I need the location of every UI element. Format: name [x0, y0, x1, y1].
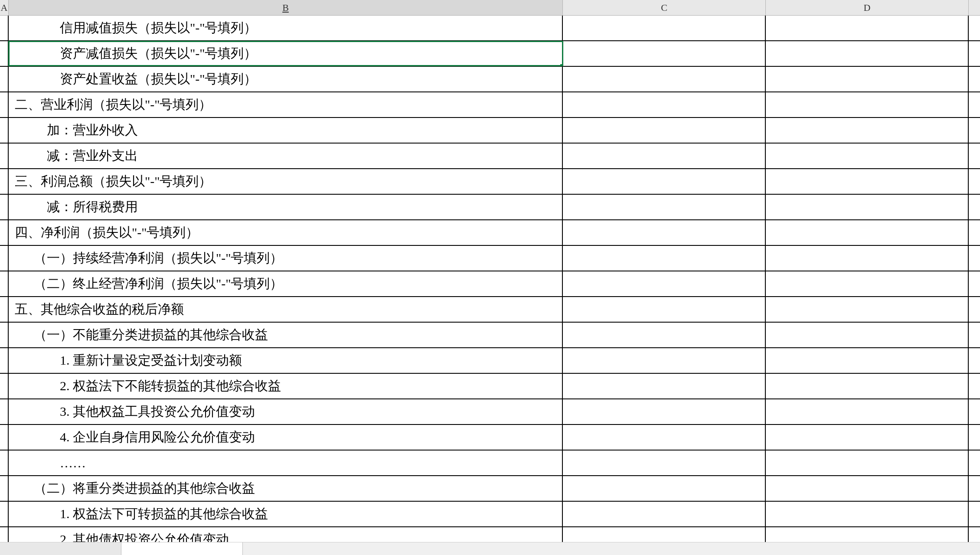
cell-D[interactable]	[766, 144, 969, 168]
cell-C[interactable]	[563, 323, 766, 347]
table-row: 1. 权益法下可转损益的其他综合收益	[0, 502, 980, 527]
table-row: 信用减值损失（损失以"-"号填列）	[0, 16, 980, 41]
cell-A[interactable]	[0, 118, 9, 143]
cell-D[interactable]	[766, 348, 969, 373]
cell-B[interactable]: 减：营业外支出	[9, 144, 563, 168]
cell-rest	[969, 399, 980, 424]
cell-D[interactable]	[766, 399, 969, 424]
cell-C[interactable]	[563, 16, 766, 40]
cell-C[interactable]	[563, 92, 766, 117]
cell-C[interactable]	[563, 374, 766, 398]
cell-A[interactable]	[0, 297, 9, 322]
cell-D[interactable]	[766, 271, 969, 296]
cell-rest	[969, 348, 980, 373]
cell-A[interactable]	[0, 502, 9, 526]
cell-B-selected[interactable]: 资产减值损失（损失以"-"号填列）	[9, 41, 563, 66]
cell-C[interactable]	[563, 425, 766, 450]
column-header-C[interactable]: C	[563, 0, 766, 15]
cell-A[interactable]	[0, 374, 9, 398]
cell-A[interactable]	[0, 451, 9, 475]
cell-A[interactable]	[0, 246, 9, 271]
cell-D[interactable]	[766, 374, 969, 398]
cell-A[interactable]	[0, 348, 9, 373]
cell-C[interactable]	[563, 246, 766, 271]
cell-B[interactable]: （二）终止经营净利润（损失以"-"号填列）	[9, 271, 563, 296]
cell-rest	[969, 118, 980, 143]
cell-D[interactable]	[766, 451, 969, 475]
cell-B[interactable]: 五、其他综合收益的税后净额	[9, 297, 563, 322]
cell-B[interactable]: 二、营业利润（损失以"-"号填列）	[9, 92, 563, 117]
cell-C[interactable]	[563, 220, 766, 245]
cell-B[interactable]: 四、净利润（损失以"-"号填列）	[9, 220, 563, 245]
selection-handle[interactable]	[560, 64, 563, 66]
cell-D[interactable]	[766, 323, 969, 347]
cell-B[interactable]: 资产处置收益（损失以"-"号填列）	[9, 67, 563, 91]
cell-A[interactable]	[0, 271, 9, 296]
cell-rest	[969, 144, 980, 168]
cell-B[interactable]: 4. 企业自身信用风险公允价值变动	[9, 425, 563, 450]
cell-B[interactable]: （二）将重分类进损益的其他综合收益	[9, 476, 563, 501]
cell-D[interactable]	[766, 502, 969, 526]
cell-C[interactable]	[563, 399, 766, 424]
cell-C[interactable]	[563, 476, 766, 501]
cell-C[interactable]	[563, 41, 766, 66]
table-row: （二）将重分类进损益的其他综合收益	[0, 476, 980, 502]
cell-A[interactable]	[0, 476, 9, 501]
cell-D[interactable]	[766, 67, 969, 91]
cell-A[interactable]	[0, 195, 9, 219]
column-header-D[interactable]: D	[766, 0, 969, 15]
cell-C[interactable]	[563, 169, 766, 194]
cell-A[interactable]	[0, 169, 9, 194]
cell-C[interactable]	[563, 67, 766, 91]
cell-B[interactable]: 三、利润总额（损失以"-"号填列）	[9, 169, 563, 194]
cell-A[interactable]	[0, 67, 9, 91]
column-header-B[interactable]: B	[9, 0, 563, 15]
cell-C[interactable]	[563, 271, 766, 296]
cell-A[interactable]	[0, 399, 9, 424]
cell-A[interactable]	[0, 425, 9, 450]
cell-B[interactable]: 2. 权益法下不能转损益的其他综合收益	[9, 374, 563, 398]
cell-C[interactable]	[563, 297, 766, 322]
table-row: 二、营业利润（损失以"-"号填列）	[0, 92, 980, 118]
cell-C[interactable]	[563, 348, 766, 373]
cell-A[interactable]	[0, 16, 9, 40]
column-header-A[interactable]: A	[0, 0, 9, 15]
cell-D[interactable]	[766, 41, 969, 66]
cell-D[interactable]	[766, 195, 969, 219]
cell-B[interactable]: （一）持续经营净利润（损失以"-"号填列）	[9, 246, 563, 271]
cell-C[interactable]	[563, 144, 766, 168]
cell-B[interactable]: 减：所得税费用	[9, 195, 563, 219]
cell-C[interactable]	[563, 502, 766, 526]
cell-D[interactable]	[766, 220, 969, 245]
sheet-tab[interactable]	[0, 542, 121, 555]
table-row: （一）不能重分类进损益的其他综合收益	[0, 323, 980, 348]
table-row: 4. 企业自身信用风险公允价值变动	[0, 425, 980, 451]
cell-B[interactable]: 3. 其他权益工具投资公允价值变动	[9, 399, 563, 424]
table-row: （一）持续经营净利润（损失以"-"号填列）	[0, 246, 980, 271]
cell-A[interactable]	[0, 220, 9, 245]
cell-A[interactable]	[0, 41, 9, 66]
cell-B[interactable]: 1. 权益法下可转损益的其他综合收益	[9, 502, 563, 526]
cell-A[interactable]	[0, 92, 9, 117]
cell-C[interactable]	[563, 451, 766, 475]
cell-A[interactable]	[0, 323, 9, 347]
cell-D[interactable]	[766, 297, 969, 322]
cell-D[interactable]	[766, 16, 969, 40]
cell-C[interactable]	[563, 118, 766, 143]
cell-B[interactable]: 加：营业外收入	[9, 118, 563, 143]
cell-D[interactable]	[766, 246, 969, 271]
cell-B[interactable]: 信用减值损失（损失以"-"号填列）	[9, 16, 563, 40]
cell-B[interactable]: ……	[9, 451, 563, 475]
cell-D[interactable]	[766, 169, 969, 194]
cell-B[interactable]: 1. 重新计量设定受益计划变动额	[9, 348, 563, 373]
sheet-tab-active[interactable]	[121, 542, 243, 555]
cell-D[interactable]	[766, 476, 969, 501]
cell-D[interactable]	[766, 425, 969, 450]
cell-D[interactable]	[766, 92, 969, 117]
cell-rest	[969, 92, 980, 117]
table-row: 四、净利润（损失以"-"号填列）	[0, 220, 980, 246]
cell-A[interactable]	[0, 144, 9, 168]
cell-B[interactable]: （一）不能重分类进损益的其他综合收益	[9, 323, 563, 347]
cell-C[interactable]	[563, 195, 766, 219]
cell-D[interactable]	[766, 118, 969, 143]
